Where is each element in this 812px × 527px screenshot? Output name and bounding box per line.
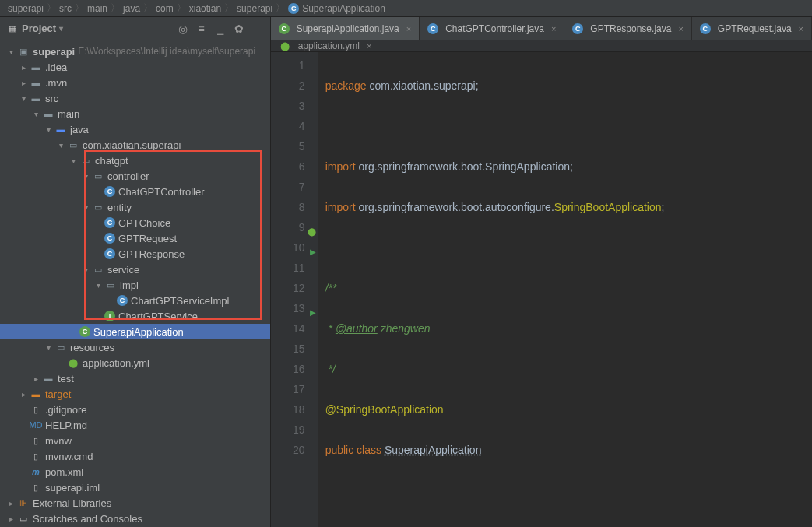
expand-icon[interactable]: ≡: [195, 23, 208, 35]
bc-item[interactable]: SuperapiApplication: [302, 3, 385, 14]
tree-item-chartgptservice[interactable]: IChartGPTService: [0, 308, 270, 324]
tab-chatgptcontroller[interactable]: CChatGPTController.java×: [420, 17, 564, 40]
tree-item-src[interactable]: ▾▬src: [0, 90, 270, 106]
tree-item-scratches[interactable]: ▸▭Scratches and Consoles: [0, 511, 270, 526]
tree-item-impl[interactable]: ▾▭impl: [0, 277, 270, 293]
bc-item[interactable]: main: [87, 3, 107, 14]
tree-item-target[interactable]: ▸▬target: [0, 386, 270, 402]
tree-root[interactable]: ▾▣superapiE:\Workspaces\Intellij idea\my…: [0, 44, 270, 59]
select-opened-icon[interactable]: ◎: [177, 23, 189, 35]
tree-item-java[interactable]: ▾▬java: [0, 121, 270, 137]
close-icon[interactable]: ×: [678, 24, 683, 33]
bc-item[interactable]: java: [123, 3, 140, 14]
close-icon[interactable]: ×: [406, 24, 411, 33]
bc-item[interactable]: src: [59, 3, 72, 14]
tree-item-chartgptserviceimpl[interactable]: CChartGPTServiceImpl: [0, 293, 270, 308]
project-tree: ▾▣superapiE:\Workspaces\Intellij idea\my…: [0, 40, 270, 527]
tree-item-gptchoice[interactable]: CGPTChoice: [0, 215, 270, 230]
close-icon[interactable]: ×: [551, 24, 556, 33]
tree-item-gitignore[interactable]: ▯.gitignore: [0, 402, 270, 417]
tree-item-mvn[interactable]: ▸▬.mvn: [0, 75, 270, 90]
hide-icon[interactable]: —: [251, 23, 264, 35]
project-icon: ▦: [6, 23, 19, 34]
tree-item-entity[interactable]: ▾▭entity: [0, 199, 270, 215]
tab-gptresponse[interactable]: CGPTResponse.java×: [564, 17, 692, 40]
tree-item-extlib[interactable]: ▸⊪External Libraries: [0, 495, 270, 511]
tree-item-superapiapplication[interactable]: CSuperapiApplication: [0, 324, 270, 339]
tree-item-service[interactable]: ▾▭service: [0, 262, 270, 277]
subtab-row: ⬤application.yml×: [271, 40, 812, 52]
tree-item-idea[interactable]: ▸▬.idea: [0, 59, 270, 75]
editor-panel: CSuperapiApplication.java× CChatGPTContr…: [271, 17, 812, 527]
tree-item-gptrequest[interactable]: CGPTRequest: [0, 230, 270, 246]
bc-item[interactable]: xiaotian: [189, 3, 221, 14]
panel-header: ▦ Project▾ ◎ ≡ ⎯ ✿ —: [0, 17, 270, 40]
settings-icon[interactable]: ✿: [233, 23, 245, 35]
editor-tabs: CSuperapiApplication.java× CChatGPTContr…: [271, 17, 812, 40]
bc-item[interactable]: superapi: [8, 3, 44, 14]
class-icon: C: [288, 3, 299, 14]
bc-item[interactable]: com: [156, 3, 174, 14]
panel-title[interactable]: Project▾: [22, 23, 177, 34]
gutter: 1 2 3 4 5 6 7 8 9⬤ 10▶ 11 12 13▶ 14 15 1…: [271, 52, 318, 527]
tree-item-resources[interactable]: ▾▭resources: [0, 339, 270, 355]
tree-item-chatgptcontroller[interactable]: CChatGPTController: [0, 184, 270, 199]
tree-item-pomxml[interactable]: mpom.xml: [0, 464, 270, 480]
tree-item-superapiiml[interactable]: ▯superapi.iml: [0, 480, 270, 495]
tree-item-applicationyml[interactable]: ⬤application.yml: [0, 355, 270, 371]
code-content[interactable]: package com.xiaotian.superapi; import or…: [318, 52, 812, 527]
tab-gptrequest[interactable]: CGPTRequest.java×: [692, 17, 812, 40]
tree-item-mvnw[interactable]: ▯mvnw: [0, 433, 270, 448]
tree-item-mvnwcmd[interactable]: ▯mvnw.cmd: [0, 448, 270, 464]
tree-item-helpmd[interactable]: MDHELP.md: [0, 417, 270, 433]
subtab-applicationyml[interactable]: ⬤application.yml×: [271, 40, 380, 51]
tree-item-test[interactable]: ▸▬test: [0, 371, 270, 386]
tree-item-gptresponse[interactable]: CGPTResponse: [0, 246, 270, 262]
project-panel: ▦ Project▾ ◎ ≡ ⎯ ✿ — ▾▣superapiE:\Worksp…: [0, 17, 271, 527]
close-icon[interactable]: ×: [799, 24, 803, 33]
chevron-down-icon: ▾: [59, 24, 63, 33]
code-editor[interactable]: 1 2 3 4 5 6 7 8 9⬤ 10▶ 11 12 13▶ 14 15 1…: [271, 52, 812, 527]
close-icon[interactable]: ×: [367, 41, 371, 51]
tree-item-controller[interactable]: ▾▭controller: [0, 168, 270, 184]
tab-superapiapp[interactable]: CSuperapiApplication.java×: [271, 17, 420, 40]
tree-item-chatgpt[interactable]: ▾▭chatgpt: [0, 153, 270, 168]
tree-item-package[interactable]: ▾▭com.xiaotian.superapi: [0, 137, 270, 153]
tree-item-main[interactable]: ▾▬main: [0, 106, 270, 121]
breadcrumbs: superapi〉 src〉 main〉 java〉 com〉 xiaotian…: [0, 0, 812, 17]
collapse-icon[interactable]: ⎯: [214, 23, 227, 35]
bc-item[interactable]: superapi: [237, 3, 272, 14]
